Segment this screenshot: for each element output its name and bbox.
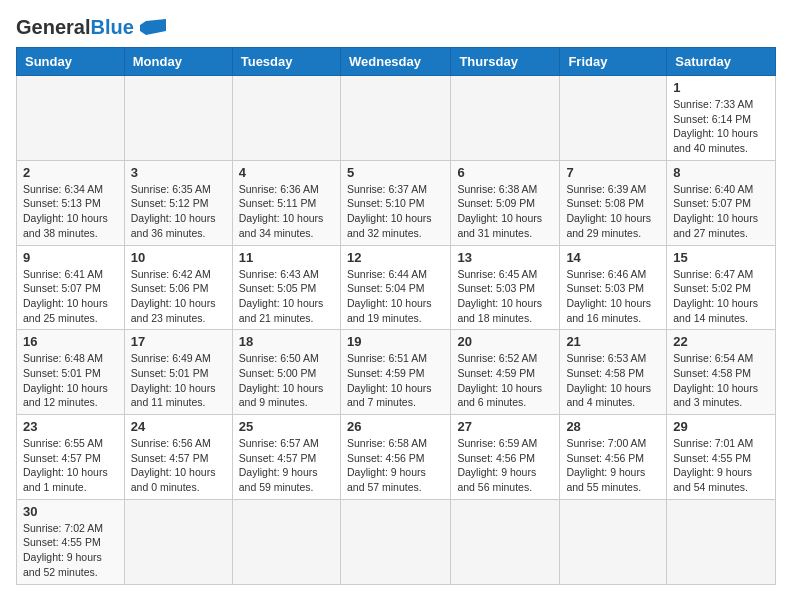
day-number: 1 [673, 80, 769, 95]
day-number: 10 [131, 250, 226, 265]
logo: GeneralBlue [16, 16, 170, 39]
day-info: Sunrise: 6:53 AMSunset: 4:58 PMDaylight:… [566, 351, 660, 410]
day-number: 15 [673, 250, 769, 265]
day-number: 23 [23, 419, 118, 434]
day-info: Sunrise: 6:51 AMSunset: 4:59 PMDaylight:… [347, 351, 444, 410]
calendar-cell: 15Sunrise: 6:47 AMSunset: 5:02 PMDayligh… [667, 245, 776, 330]
day-info: Sunrise: 6:41 AMSunset: 5:07 PMDaylight:… [23, 267, 118, 326]
calendar-week-row: 2Sunrise: 6:34 AMSunset: 5:13 PMDaylight… [17, 160, 776, 245]
day-number: 27 [457, 419, 553, 434]
calendar-cell: 11Sunrise: 6:43 AMSunset: 5:05 PMDayligh… [232, 245, 340, 330]
day-info: Sunrise: 6:37 AMSunset: 5:10 PMDaylight:… [347, 182, 444, 241]
calendar-cell [17, 76, 125, 161]
weekday-header-monday: Monday [124, 48, 232, 76]
day-info: Sunrise: 7:01 AMSunset: 4:55 PMDaylight:… [673, 436, 769, 495]
header: GeneralBlue [16, 16, 776, 39]
day-number: 17 [131, 334, 226, 349]
day-info: Sunrise: 6:56 AMSunset: 4:57 PMDaylight:… [131, 436, 226, 495]
day-number: 13 [457, 250, 553, 265]
day-number: 2 [23, 165, 118, 180]
calendar-cell [340, 499, 450, 584]
calendar-cell: 19Sunrise: 6:51 AMSunset: 4:59 PMDayligh… [340, 330, 450, 415]
weekday-header-friday: Friday [560, 48, 667, 76]
calendar-week-row: 23Sunrise: 6:55 AMSunset: 4:57 PMDayligh… [17, 415, 776, 500]
calendar-cell: 22Sunrise: 6:54 AMSunset: 4:58 PMDayligh… [667, 330, 776, 415]
day-number: 29 [673, 419, 769, 434]
calendar-cell: 4Sunrise: 6:36 AMSunset: 5:11 PMDaylight… [232, 160, 340, 245]
day-number: 6 [457, 165, 553, 180]
calendar-cell: 6Sunrise: 6:38 AMSunset: 5:09 PMDaylight… [451, 160, 560, 245]
weekday-header-row: SundayMondayTuesdayWednesdayThursdayFrid… [17, 48, 776, 76]
day-info: Sunrise: 6:46 AMSunset: 5:03 PMDaylight:… [566, 267, 660, 326]
svg-marker-1 [140, 21, 146, 35]
day-info: Sunrise: 6:58 AMSunset: 4:56 PMDaylight:… [347, 436, 444, 495]
calendar-cell: 25Sunrise: 6:57 AMSunset: 4:57 PMDayligh… [232, 415, 340, 500]
calendar-cell [451, 76, 560, 161]
calendar-cell: 7Sunrise: 6:39 AMSunset: 5:08 PMDaylight… [560, 160, 667, 245]
calendar-cell [340, 76, 450, 161]
calendar-week-row: 16Sunrise: 6:48 AMSunset: 5:01 PMDayligh… [17, 330, 776, 415]
calendar-cell: 26Sunrise: 6:58 AMSunset: 4:56 PMDayligh… [340, 415, 450, 500]
day-info: Sunrise: 6:47 AMSunset: 5:02 PMDaylight:… [673, 267, 769, 326]
day-number: 22 [673, 334, 769, 349]
calendar-cell: 16Sunrise: 6:48 AMSunset: 5:01 PMDayligh… [17, 330, 125, 415]
day-number: 26 [347, 419, 444, 434]
day-number: 7 [566, 165, 660, 180]
calendar-week-row: 9Sunrise: 6:41 AMSunset: 5:07 PMDaylight… [17, 245, 776, 330]
calendar-cell: 24Sunrise: 6:56 AMSunset: 4:57 PMDayligh… [124, 415, 232, 500]
calendar-cell: 2Sunrise: 6:34 AMSunset: 5:13 PMDaylight… [17, 160, 125, 245]
day-number: 18 [239, 334, 334, 349]
logo-icon [138, 17, 170, 39]
day-info: Sunrise: 6:44 AMSunset: 5:04 PMDaylight:… [347, 267, 444, 326]
day-info: Sunrise: 6:34 AMSunset: 5:13 PMDaylight:… [23, 182, 118, 241]
day-info: Sunrise: 6:57 AMSunset: 4:57 PMDaylight:… [239, 436, 334, 495]
day-info: Sunrise: 7:00 AMSunset: 4:56 PMDaylight:… [566, 436, 660, 495]
day-info: Sunrise: 6:50 AMSunset: 5:00 PMDaylight:… [239, 351, 334, 410]
calendar-cell: 30Sunrise: 7:02 AMSunset: 4:55 PMDayligh… [17, 499, 125, 584]
day-info: Sunrise: 7:02 AMSunset: 4:55 PMDaylight:… [23, 521, 118, 580]
weekday-header-sunday: Sunday [17, 48, 125, 76]
calendar-cell [232, 76, 340, 161]
calendar-cell: 3Sunrise: 6:35 AMSunset: 5:12 PMDaylight… [124, 160, 232, 245]
weekday-header-saturday: Saturday [667, 48, 776, 76]
day-info: Sunrise: 7:33 AMSunset: 6:14 PMDaylight:… [673, 97, 769, 156]
calendar-cell: 28Sunrise: 7:00 AMSunset: 4:56 PMDayligh… [560, 415, 667, 500]
logo-blue: Blue [90, 16, 133, 38]
calendar-cell: 29Sunrise: 7:01 AMSunset: 4:55 PMDayligh… [667, 415, 776, 500]
day-info: Sunrise: 6:49 AMSunset: 5:01 PMDaylight:… [131, 351, 226, 410]
calendar-cell: 9Sunrise: 6:41 AMSunset: 5:07 PMDaylight… [17, 245, 125, 330]
day-info: Sunrise: 6:52 AMSunset: 4:59 PMDaylight:… [457, 351, 553, 410]
day-info: Sunrise: 6:40 AMSunset: 5:07 PMDaylight:… [673, 182, 769, 241]
calendar-cell: 27Sunrise: 6:59 AMSunset: 4:56 PMDayligh… [451, 415, 560, 500]
day-info: Sunrise: 6:39 AMSunset: 5:08 PMDaylight:… [566, 182, 660, 241]
calendar-week-row: 1Sunrise: 7:33 AMSunset: 6:14 PMDaylight… [17, 76, 776, 161]
day-info: Sunrise: 6:59 AMSunset: 4:56 PMDaylight:… [457, 436, 553, 495]
day-info: Sunrise: 6:38 AMSunset: 5:09 PMDaylight:… [457, 182, 553, 241]
calendar-cell: 21Sunrise: 6:53 AMSunset: 4:58 PMDayligh… [560, 330, 667, 415]
calendar-cell: 13Sunrise: 6:45 AMSunset: 5:03 PMDayligh… [451, 245, 560, 330]
day-info: Sunrise: 6:54 AMSunset: 4:58 PMDaylight:… [673, 351, 769, 410]
day-number: 24 [131, 419, 226, 434]
calendar-cell [451, 499, 560, 584]
calendar-cell: 5Sunrise: 6:37 AMSunset: 5:10 PMDaylight… [340, 160, 450, 245]
day-number: 25 [239, 419, 334, 434]
day-number: 8 [673, 165, 769, 180]
day-number: 9 [23, 250, 118, 265]
day-info: Sunrise: 6:36 AMSunset: 5:11 PMDaylight:… [239, 182, 334, 241]
day-number: 3 [131, 165, 226, 180]
calendar-cell: 8Sunrise: 6:40 AMSunset: 5:07 PMDaylight… [667, 160, 776, 245]
calendar-cell [560, 499, 667, 584]
day-number: 14 [566, 250, 660, 265]
svg-marker-0 [146, 19, 166, 35]
calendar-cell [124, 76, 232, 161]
calendar-cell: 12Sunrise: 6:44 AMSunset: 5:04 PMDayligh… [340, 245, 450, 330]
day-number: 20 [457, 334, 553, 349]
calendar-cell: 14Sunrise: 6:46 AMSunset: 5:03 PMDayligh… [560, 245, 667, 330]
day-number: 28 [566, 419, 660, 434]
day-info: Sunrise: 6:55 AMSunset: 4:57 PMDaylight:… [23, 436, 118, 495]
day-number: 5 [347, 165, 444, 180]
calendar-cell [232, 499, 340, 584]
calendar-cell: 23Sunrise: 6:55 AMSunset: 4:57 PMDayligh… [17, 415, 125, 500]
calendar: SundayMondayTuesdayWednesdayThursdayFrid… [16, 47, 776, 585]
weekday-header-tuesday: Tuesday [232, 48, 340, 76]
